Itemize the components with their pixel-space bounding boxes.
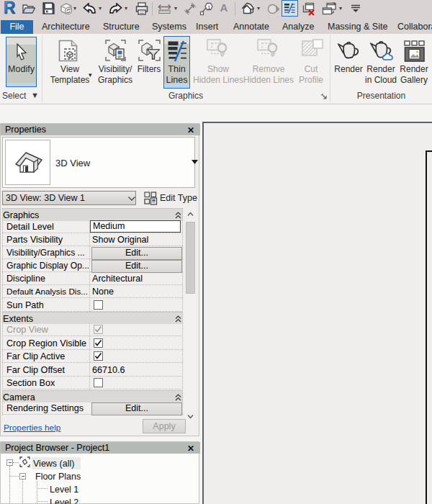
svg-text:1: 1 xyxy=(207,4,211,11)
svg-text:R: R xyxy=(4,0,16,17)
